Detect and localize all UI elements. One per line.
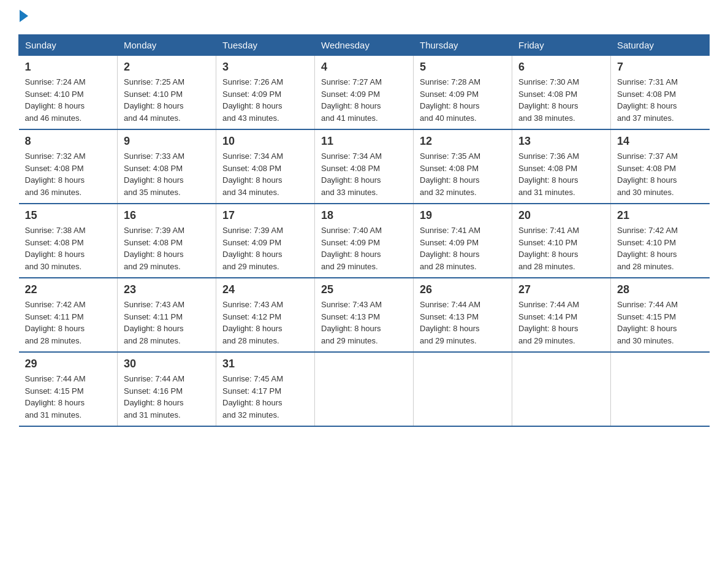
- calendar-week-row: 29 Sunrise: 7:44 AM Sunset: 4:15 PM Dayl…: [19, 352, 710, 426]
- day-info: Sunrise: 7:44 AM Sunset: 4:15 PM Dayligh…: [617, 299, 703, 347]
- column-header-tuesday: Tuesday: [216, 35, 315, 56]
- logo-arrow-icon: [20, 10, 28, 22]
- day-number: 5: [420, 61, 506, 74]
- page-header: [18, 12, 710, 22]
- day-number: 24: [222, 283, 308, 296]
- day-number: 25: [321, 283, 407, 296]
- calendar-cell: [512, 352, 611, 426]
- calendar-cell: 16 Sunrise: 7:39 AM Sunset: 4:08 PM Dayl…: [118, 204, 216, 278]
- day-info: Sunrise: 7:26 AM Sunset: 4:09 PM Dayligh…: [222, 76, 308, 124]
- day-info: Sunrise: 7:44 AM Sunset: 4:16 PM Dayligh…: [124, 373, 210, 421]
- day-info: Sunrise: 7:44 AM Sunset: 4:14 PM Dayligh…: [518, 299, 604, 347]
- calendar-cell: 22 Sunrise: 7:42 AM Sunset: 4:11 PM Dayl…: [19, 278, 118, 352]
- calendar-cell: 19 Sunrise: 7:41 AM Sunset: 4:09 PM Dayl…: [414, 204, 512, 278]
- day-info: Sunrise: 7:37 AM Sunset: 4:08 PM Dayligh…: [617, 150, 703, 198]
- day-number: 14: [617, 135, 703, 148]
- calendar-cell: [611, 352, 710, 426]
- calendar-cell: 31 Sunrise: 7:45 AM Sunset: 4:17 PM Dayl…: [216, 352, 315, 426]
- calendar-cell: 28 Sunrise: 7:44 AM Sunset: 4:15 PM Dayl…: [611, 278, 710, 352]
- calendar-cell: 5 Sunrise: 7:28 AM Sunset: 4:09 PM Dayli…: [414, 56, 512, 130]
- calendar-cell: 21 Sunrise: 7:42 AM Sunset: 4:10 PM Dayl…: [611, 204, 710, 278]
- day-info: Sunrise: 7:34 AM Sunset: 4:08 PM Dayligh…: [321, 150, 407, 198]
- day-info: Sunrise: 7:42 AM Sunset: 4:10 PM Dayligh…: [617, 224, 703, 272]
- day-info: Sunrise: 7:41 AM Sunset: 4:09 PM Dayligh…: [420, 224, 506, 272]
- calendar-cell: 2 Sunrise: 7:25 AM Sunset: 4:10 PM Dayli…: [118, 56, 216, 130]
- day-info: Sunrise: 7:39 AM Sunset: 4:09 PM Dayligh…: [222, 224, 308, 272]
- day-number: 8: [25, 135, 112, 148]
- calendar-table: SundayMondayTuesdayWednesdayThursdayFrid…: [18, 34, 710, 427]
- day-info: Sunrise: 7:34 AM Sunset: 4:08 PM Dayligh…: [222, 150, 308, 198]
- calendar-cell: 14 Sunrise: 7:37 AM Sunset: 4:08 PM Dayl…: [611, 129, 710, 204]
- calendar-week-row: 15 Sunrise: 7:38 AM Sunset: 4:08 PM Dayl…: [19, 204, 710, 278]
- day-number: 28: [617, 283, 703, 296]
- column-header-monday: Monday: [118, 35, 216, 56]
- column-header-sunday: Sunday: [19, 35, 118, 56]
- day-number: 3: [222, 61, 308, 74]
- day-number: 23: [124, 283, 210, 296]
- day-number: 2: [124, 61, 210, 74]
- logo: [18, 12, 28, 22]
- calendar-cell: 15 Sunrise: 7:38 AM Sunset: 4:08 PM Dayl…: [19, 204, 118, 278]
- day-number: 11: [321, 135, 407, 148]
- day-number: 31: [222, 358, 308, 370]
- day-number: 18: [321, 209, 407, 222]
- day-info: Sunrise: 7:27 AM Sunset: 4:09 PM Dayligh…: [321, 76, 407, 124]
- day-number: 4: [321, 61, 407, 74]
- day-number: 26: [420, 283, 506, 296]
- day-info: Sunrise: 7:28 AM Sunset: 4:09 PM Dayligh…: [420, 76, 506, 124]
- calendar-cell: 20 Sunrise: 7:41 AM Sunset: 4:10 PM Dayl…: [512, 204, 611, 278]
- calendar-cell: 4 Sunrise: 7:27 AM Sunset: 4:09 PM Dayli…: [315, 56, 414, 130]
- day-info: Sunrise: 7:42 AM Sunset: 4:11 PM Dayligh…: [25, 299, 112, 347]
- calendar-cell: 1 Sunrise: 7:24 AM Sunset: 4:10 PM Dayli…: [19, 56, 118, 130]
- day-info: Sunrise: 7:40 AM Sunset: 4:09 PM Dayligh…: [321, 224, 407, 272]
- day-info: Sunrise: 7:39 AM Sunset: 4:08 PM Dayligh…: [124, 224, 210, 272]
- calendar-cell: 13 Sunrise: 7:36 AM Sunset: 4:08 PM Dayl…: [512, 129, 611, 204]
- calendar-week-row: 1 Sunrise: 7:24 AM Sunset: 4:10 PM Dayli…: [19, 56, 710, 130]
- day-number: 9: [124, 135, 210, 148]
- day-number: 19: [420, 209, 506, 222]
- day-number: 13: [518, 135, 604, 148]
- day-number: 12: [420, 135, 506, 148]
- column-header-thursday: Thursday: [414, 35, 512, 56]
- day-number: 27: [518, 283, 604, 296]
- calendar-cell: 29 Sunrise: 7:44 AM Sunset: 4:15 PM Dayl…: [19, 352, 118, 426]
- calendar-cell: 23 Sunrise: 7:43 AM Sunset: 4:11 PM Dayl…: [118, 278, 216, 352]
- calendar-cell: 7 Sunrise: 7:31 AM Sunset: 4:08 PM Dayli…: [611, 56, 710, 130]
- day-info: Sunrise: 7:32 AM Sunset: 4:08 PM Dayligh…: [25, 150, 112, 198]
- day-info: Sunrise: 7:41 AM Sunset: 4:10 PM Dayligh…: [518, 224, 604, 272]
- day-info: Sunrise: 7:33 AM Sunset: 4:08 PM Dayligh…: [124, 150, 210, 198]
- calendar-cell: 25 Sunrise: 7:43 AM Sunset: 4:13 PM Dayl…: [315, 278, 414, 352]
- calendar-cell: 30 Sunrise: 7:44 AM Sunset: 4:16 PM Dayl…: [118, 352, 216, 426]
- calendar-cell: 17 Sunrise: 7:39 AM Sunset: 4:09 PM Dayl…: [216, 204, 315, 278]
- day-info: Sunrise: 7:43 AM Sunset: 4:12 PM Dayligh…: [222, 299, 308, 347]
- day-info: Sunrise: 7:30 AM Sunset: 4:08 PM Dayligh…: [518, 76, 604, 124]
- day-info: Sunrise: 7:36 AM Sunset: 4:08 PM Dayligh…: [518, 150, 604, 198]
- day-number: 30: [124, 358, 210, 370]
- calendar-cell: 6 Sunrise: 7:30 AM Sunset: 4:08 PM Dayli…: [512, 56, 611, 130]
- calendar-cell: [315, 352, 414, 426]
- day-number: 15: [25, 209, 112, 222]
- calendar-header-row: SundayMondayTuesdayWednesdayThursdayFrid…: [19, 35, 710, 56]
- calendar-cell: 8 Sunrise: 7:32 AM Sunset: 4:08 PM Dayli…: [19, 129, 118, 204]
- calendar-cell: 24 Sunrise: 7:43 AM Sunset: 4:12 PM Dayl…: [216, 278, 315, 352]
- day-info: Sunrise: 7:45 AM Sunset: 4:17 PM Dayligh…: [222, 373, 308, 421]
- day-info: Sunrise: 7:25 AM Sunset: 4:10 PM Dayligh…: [124, 76, 210, 124]
- calendar-cell: 10 Sunrise: 7:34 AM Sunset: 4:08 PM Dayl…: [216, 129, 315, 204]
- day-info: Sunrise: 7:44 AM Sunset: 4:15 PM Dayligh…: [25, 373, 112, 421]
- calendar-week-row: 8 Sunrise: 7:32 AM Sunset: 4:08 PM Dayli…: [19, 129, 710, 204]
- calendar-cell: 26 Sunrise: 7:44 AM Sunset: 4:13 PM Dayl…: [414, 278, 512, 352]
- day-info: Sunrise: 7:43 AM Sunset: 4:11 PM Dayligh…: [124, 299, 210, 347]
- day-number: 29: [25, 358, 112, 370]
- column-header-saturday: Saturday: [611, 35, 710, 56]
- day-number: 1: [25, 61, 112, 74]
- calendar-cell: 9 Sunrise: 7:33 AM Sunset: 4:08 PM Dayli…: [118, 129, 216, 204]
- day-number: 21: [617, 209, 703, 222]
- day-number: 16: [124, 209, 210, 222]
- calendar-cell: 18 Sunrise: 7:40 AM Sunset: 4:09 PM Dayl…: [315, 204, 414, 278]
- day-info: Sunrise: 7:44 AM Sunset: 4:13 PM Dayligh…: [420, 299, 506, 347]
- day-info: Sunrise: 7:31 AM Sunset: 4:08 PM Dayligh…: [617, 76, 703, 124]
- calendar-cell: 12 Sunrise: 7:35 AM Sunset: 4:08 PM Dayl…: [414, 129, 512, 204]
- calendar-cell: 11 Sunrise: 7:34 AM Sunset: 4:08 PM Dayl…: [315, 129, 414, 204]
- day-info: Sunrise: 7:35 AM Sunset: 4:08 PM Dayligh…: [420, 150, 506, 198]
- column-header-wednesday: Wednesday: [315, 35, 414, 56]
